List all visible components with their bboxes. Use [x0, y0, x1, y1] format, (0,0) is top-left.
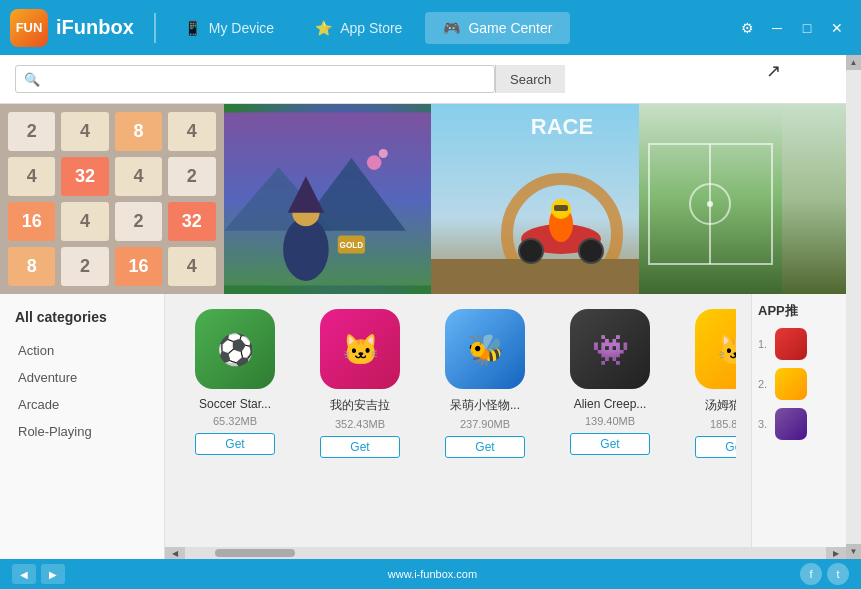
banner-fantasy[interactable]: GOLD	[224, 104, 432, 294]
svg-point-24	[707, 201, 713, 207]
sidebar-item-action[interactable]: Action	[10, 337, 154, 364]
tile-4: 4	[8, 157, 55, 196]
app-size-angela: 352.43MB	[335, 418, 385, 430]
app-name-tom: 汤姆猫跑酷	[680, 397, 736, 414]
app-title: iFunbox	[56, 16, 134, 39]
svg-point-14	[519, 239, 543, 263]
tile-4: 4	[115, 157, 162, 196]
tab-game-center[interactable]: 🎮 Game Center	[425, 12, 570, 44]
sidebar-item-role-playing[interactable]: Role-Playing	[10, 418, 154, 445]
rec-item-2[interactable]: 2.	[758, 368, 840, 400]
tile-32: 32	[61, 157, 108, 196]
app-card-alien: 👾Alien Creep...139.40MBGet	[555, 309, 665, 458]
fantasy-inner: GOLD	[224, 104, 432, 294]
vertical-scrollbar[interactable]: ▲ ▼	[846, 55, 861, 559]
tab-my-device[interactable]: 📱 My Device	[166, 12, 292, 44]
sidebar-item-adventure[interactable]: Adventure	[10, 364, 154, 391]
search-input-wrap[interactable]: 🔍	[15, 65, 495, 93]
tile-4: 4	[61, 202, 108, 241]
search-bar: 🔍 Search	[0, 55, 861, 104]
bottom-bar: ◀ ▶ www.i-funbox.com f t	[0, 559, 861, 589]
app-card-bee: 🐝呆萌小怪物...237.90MBGet	[430, 309, 540, 458]
app-card-tom: 🐱汤姆猫跑酷185.82MBGet	[680, 309, 736, 458]
get-button-angela[interactable]: Get	[320, 436, 400, 458]
rec-title: APP推	[758, 302, 840, 320]
title-bar: FUN iFunbox 📱 My Device ⭐ App Store 🎮 Ga…	[0, 0, 861, 55]
get-button-tom[interactable]: Get	[695, 436, 736, 458]
close-button[interactable]: ✕	[823, 14, 851, 42]
bottom-navigation: ◀ ▶	[12, 564, 65, 584]
lower-section: All categories Action Adventure Arcade R…	[0, 294, 846, 559]
app-icon-bee: 🐝	[445, 309, 525, 389]
sidebar-item-arcade[interactable]: Arcade	[10, 391, 154, 418]
phone-icon: 📱	[184, 20, 201, 36]
app-card-soccer-star: ⚽Soccer Star...65.32MBGet	[180, 309, 290, 458]
rec-item-3[interactable]: 3.	[758, 408, 840, 440]
rec-item-1[interactable]: 1.	[758, 328, 840, 360]
categories-header: All categories	[10, 309, 154, 325]
horizontal-scrollbar[interactable]: ◀ ▶	[165, 547, 846, 559]
banner-4th[interactable]	[639, 104, 847, 294]
svg-point-15	[579, 239, 603, 263]
rec-num-2: 2.	[758, 378, 770, 390]
minimize-button[interactable]: ─	[763, 14, 791, 42]
banner-section: 24844324216423282164	[0, 104, 846, 294]
app-icon-alien: 👾	[570, 309, 650, 389]
fantasy-svg: GOLD	[224, 104, 432, 294]
tile-4: 4	[61, 112, 108, 151]
scroll-thumb[interactable]	[215, 549, 295, 557]
app-size-bee: 237.90MB	[460, 418, 510, 430]
scroll-up-arrow[interactable]: ▲	[846, 55, 861, 70]
tab-app-store[interactable]: ⭐ App Store	[297, 12, 420, 44]
get-button-bee[interactable]: Get	[445, 436, 525, 458]
tab-game-center-label: Game Center	[468, 20, 552, 36]
banner-2048[interactable]: 24844324216423282164	[0, 104, 224, 294]
categories-sidebar: All categories Action Adventure Arcade R…	[0, 294, 165, 559]
website-url: www.i-funbox.com	[388, 568, 477, 580]
star-icon: ⭐	[315, 20, 332, 36]
app-logo: FUN	[10, 9, 48, 47]
svg-rect-18	[554, 205, 568, 211]
app-name-soccer-star: Soccer Star...	[180, 397, 290, 411]
tile-2: 2	[8, 112, 55, 151]
search-input[interactable]	[48, 72, 494, 87]
tab-my-device-label: My Device	[209, 20, 274, 36]
svg-point-8	[366, 155, 381, 170]
logo-area: FUN iFunbox	[10, 9, 134, 47]
scroll-down-arrow[interactable]: ▼	[846, 544, 861, 559]
rec-icon-2	[775, 368, 807, 400]
maximize-button[interactable]: □	[793, 14, 821, 42]
nav-divider	[154, 13, 156, 43]
settings-button[interactable]: ⚙	[733, 14, 761, 42]
tile-4: 4	[168, 112, 215, 151]
app-grid-area: ⚽Soccer Star...65.32MBGet🐱我的安吉拉352.43MBG…	[165, 294, 751, 559]
search-icon: 🔍	[16, 72, 48, 87]
scroll-left-arrow[interactable]: ◀	[165, 547, 185, 559]
nav-prev-button[interactable]: ◀	[12, 564, 36, 584]
app-card-angela: 🐱我的安吉拉352.43MBGet	[305, 309, 415, 458]
nav-next-button[interactable]: ▶	[41, 564, 65, 584]
banner4-svg	[639, 104, 782, 294]
rec-num-3: 3.	[758, 418, 770, 430]
tile-16: 16	[115, 247, 162, 286]
svg-text:GOLD: GOLD	[339, 241, 363, 250]
svg-rect-12	[431, 259, 639, 294]
tile-2: 2	[115, 202, 162, 241]
banner-moto[interactable]: RACE	[431, 104, 639, 294]
facebook-button[interactable]: f	[800, 563, 822, 585]
rec-icon-3	[775, 408, 807, 440]
gamepad-icon: 🎮	[443, 20, 460, 36]
tile-16: 16	[8, 202, 55, 241]
search-button[interactable]: Search	[495, 65, 565, 93]
app-size-tom: 185.82MB	[710, 418, 736, 430]
get-button-alien[interactable]: Get	[570, 433, 650, 455]
app-name-angela: 我的安吉拉	[305, 397, 415, 414]
scroll-right-arrow[interactable]: ▶	[826, 547, 846, 559]
svg-point-9	[378, 149, 387, 158]
rec-num-1: 1.	[758, 338, 770, 350]
app-size-soccer-star: 65.32MB	[213, 415, 257, 427]
rec-icon-1	[775, 328, 807, 360]
app-grid: ⚽Soccer Star...65.32MBGet🐱我的安吉拉352.43MBG…	[180, 309, 736, 458]
get-button-soccer-star[interactable]: Get	[195, 433, 275, 455]
twitter-button[interactable]: t	[827, 563, 849, 585]
